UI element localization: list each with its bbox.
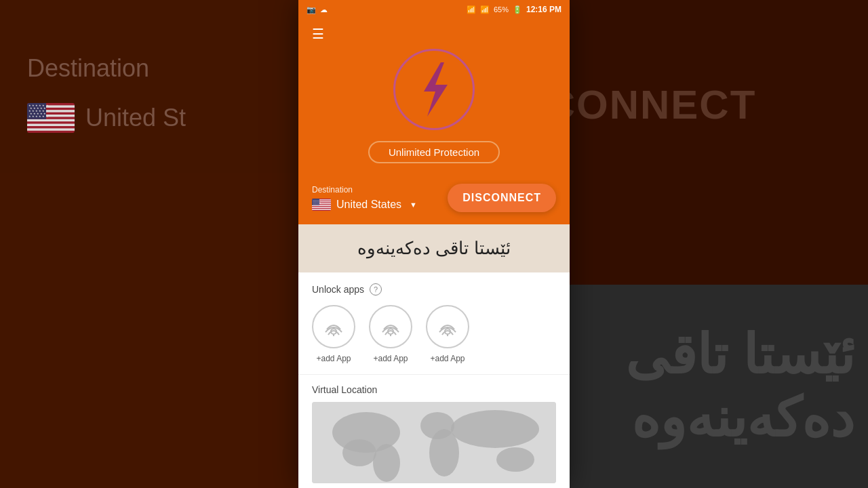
camera-icon: 📷 bbox=[307, 5, 316, 14]
svg-text:★ ★ ★ ★ ★ ★: ★ ★ ★ ★ ★ ★ bbox=[28, 115, 49, 118]
vpn-header: ☰ Unlimited Protection bbox=[298, 19, 570, 177]
signal-icon: 📶 bbox=[480, 5, 490, 14]
destination-row: Destination ★★★★★★ ★★★★★ bbox=[298, 177, 570, 224]
add-app-label-2: +add App bbox=[373, 354, 408, 363]
app-slot-3[interactable]: +add App bbox=[426, 305, 469, 363]
svg-marker-13 bbox=[424, 62, 448, 117]
svg-rect-6 bbox=[27, 128, 75, 130]
unlock-label: Unlock apps bbox=[312, 284, 364, 295]
country-name: United States bbox=[336, 199, 401, 211]
arabic-section: ئێستا تاقى دەكەينەوە bbox=[298, 224, 570, 272]
disconnect-button[interactable]: DISCONNECT bbox=[448, 184, 556, 212]
lightning-circle[interactable] bbox=[393, 49, 475, 130]
menu-icon[interactable]: ☰ bbox=[312, 26, 324, 42]
bg-disconnect-text: CONNECT bbox=[546, 81, 757, 128]
unlock-header: Unlock apps ? bbox=[312, 283, 556, 296]
world-map-svg bbox=[312, 402, 556, 483]
status-right-info: 📶 📶 65% 🔋 12:16 PM bbox=[467, 5, 561, 14]
status-bar: 📷 ☁ 📶 📶 65% 🔋 12:16 PM bbox=[298, 0, 570, 19]
app-icon-1 bbox=[312, 305, 355, 348]
svg-point-35 bbox=[373, 444, 400, 482]
cloud-status-icon: ☁ bbox=[320, 5, 328, 14]
wifi-icon: 📶 bbox=[467, 5, 476, 14]
destination-left: Destination ★★★★★★ ★★★★★ bbox=[312, 185, 417, 211]
app-slot-1[interactable]: +add App bbox=[312, 305, 355, 363]
svg-point-34 bbox=[342, 439, 376, 466]
svg-point-38 bbox=[451, 410, 539, 448]
lightning-bolt-svg bbox=[403, 59, 465, 120]
svg-rect-19 bbox=[312, 207, 331, 207]
bg-country-name: United St bbox=[85, 104, 186, 132]
battery-icon: 🔋 bbox=[513, 5, 522, 14]
world-map bbox=[312, 402, 556, 483]
arabic-text: ئێستا تاقى دەكەينەوە bbox=[312, 238, 556, 259]
protection-text: Unlimited Protection bbox=[389, 146, 479, 158]
svg-rect-18 bbox=[312, 205, 331, 206]
destination-label: Destination bbox=[312, 185, 417, 195]
app-icon-3 bbox=[426, 305, 469, 348]
app-slots: +add App +add App bbox=[312, 305, 556, 363]
destination-country[interactable]: ★★★★★★ ★★★★★ ★★★★★★ ★★★★★ United States … bbox=[312, 199, 417, 211]
svg-rect-20 bbox=[312, 209, 331, 209]
app-icon-2 bbox=[369, 305, 412, 348]
bg-flag-us: ★ ★ ★ ★ ★ ★ ★ ★ ★ ★ ★ ★ ★ ★ ★ ★ ★ ★ ★ ★ … bbox=[27, 103, 75, 133]
add-app-label-1: +add App bbox=[316, 354, 351, 363]
virtual-location-label: Virtual Location bbox=[312, 384, 556, 395]
flag-us: ★★★★★★ ★★★★★ ★★★★★★ ★★★★★ bbox=[312, 199, 331, 211]
app-slot-2[interactable]: +add App bbox=[369, 305, 412, 363]
phone-container: 📷 ☁ 📶 📶 65% 🔋 12:16 PM ☰ Unlimited Prote… bbox=[298, 0, 570, 488]
dropdown-arrow-icon: ▼ bbox=[410, 201, 417, 209]
add-app-label-3: +add App bbox=[430, 354, 465, 363]
unlock-apps-section: Unlock apps ? +add App bbox=[298, 272, 570, 375]
svg-point-39 bbox=[496, 447, 534, 472]
status-time: 12:16 PM bbox=[526, 5, 561, 14]
svg-rect-4 bbox=[27, 119, 75, 121]
battery-percent: 65% bbox=[494, 5, 509, 14]
svg-rect-5 bbox=[27, 124, 75, 126]
status-left-icons: 📷 ☁ bbox=[307, 5, 328, 14]
bg-flag-row: ★ ★ ★ ★ ★ ★ ★ ★ ★ ★ ★ ★ ★ ★ ★ ★ ★ ★ ★ ★ … bbox=[27, 103, 186, 133]
virtual-location-section: Virtual Location bbox=[298, 375, 570, 488]
help-icon[interactable]: ? bbox=[370, 283, 382, 296]
bg-destination-label: Destination bbox=[27, 54, 149, 83]
protection-badge: Unlimited Protection bbox=[368, 141, 500, 163]
